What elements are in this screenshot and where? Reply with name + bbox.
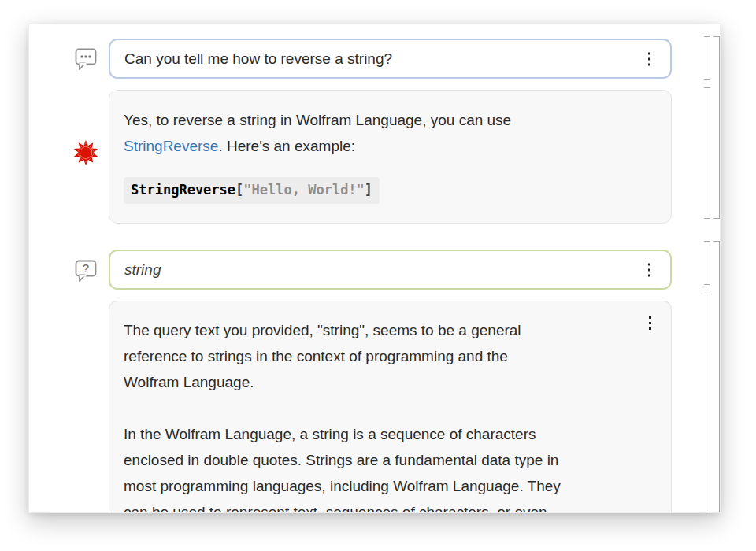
kebab-menu-icon[interactable] — [646, 50, 653, 68]
assistant-response-row: Yes, to reverse a string in Wolfram Lang… — [109, 90, 672, 224]
code-open-bracket: [ — [235, 182, 243, 198]
cell-bracket-query-response[interactable] — [704, 294, 710, 513]
query-input-row: ? string — [109, 250, 672, 290]
chat-input-text[interactable]: Can you tell me how to reverse a string? — [124, 50, 392, 68]
response-text-line2: . Here's an example: — [218, 138, 355, 154]
query-input-cell[interactable]: string — [109, 250, 672, 290]
code-close-bracket: ] — [365, 182, 372, 198]
cell-bracket-assistant-response[interactable] — [704, 87, 710, 219]
query-response-paragraph-2: In the Wolfram Language, a string is a s… — [124, 421, 639, 513]
query-response-paragraph-1: The query text you provided, "string", s… — [124, 317, 639, 395]
query-input-text[interactable]: string — [124, 261, 161, 279]
chat-input-cell[interactable]: Can you tell me how to reverse a string? — [109, 39, 672, 79]
response-text-line1: Yes, to reverse a string in Wolfram Lang… — [124, 112, 511, 128]
code-string-argument: "Hello, World!" — [243, 182, 365, 198]
assistant-response-cell[interactable]: Yes, to reverse a string in Wolfram Lang… — [109, 90, 672, 224]
chat-dots-bubble-icon — [72, 44, 99, 72]
cell-bracket-query-input[interactable] — [704, 241, 710, 285]
stringreverse-doc-link[interactable]: StringReverse — [124, 138, 218, 154]
cell-group-bracket-1[interactable] — [713, 36, 720, 219]
code-block[interactable]: StringReverse["Hello, World!"] — [124, 177, 380, 204]
chat-notebook-window: Can you tell me how to reverse a string?… — [28, 24, 721, 513]
assistant-response-paragraph: Yes, to reverse a string in Wolfram Lang… — [124, 107, 639, 159]
chat-input-row: Can you tell me how to reverse a string? — [109, 39, 672, 79]
svg-text:?: ? — [83, 261, 89, 275]
code-function-name: StringReverse — [131, 182, 235, 198]
cell-group-bracket-2[interactable] — [713, 241, 720, 513]
cell-bracket-chat-input[interactable] — [704, 36, 710, 80]
wolfram-spikey-icon — [72, 139, 99, 166]
question-bubble-icon: ? — [72, 256, 99, 284]
query-response-cell[interactable]: The query text you provided, "string", s… — [109, 301, 672, 513]
kebab-menu-icon[interactable] — [647, 314, 654, 332]
desktop-background: Can you tell me how to reverse a string?… — [0, 0, 756, 551]
kebab-menu-icon[interactable] — [646, 261, 653, 279]
query-response-row: The query text you provided, "string", s… — [109, 301, 672, 513]
